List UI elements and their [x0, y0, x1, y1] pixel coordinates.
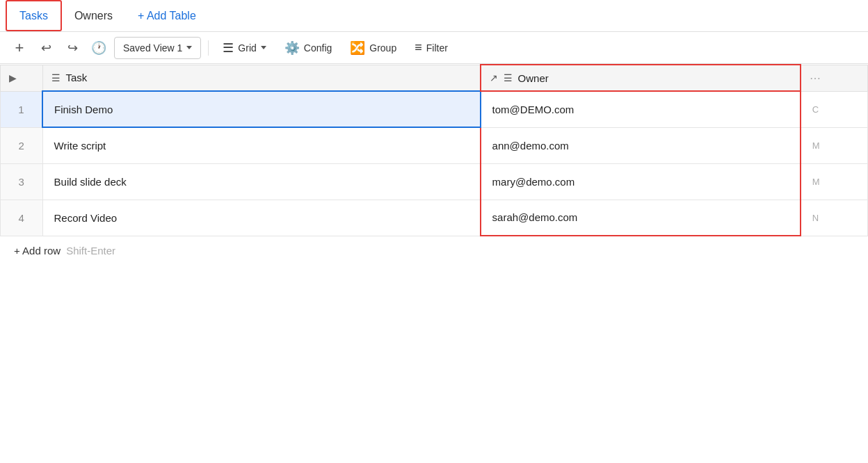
- extra-col-menu-icon: ⋯: [810, 72, 821, 85]
- grid-container: ▶ ☰ Task ↗ ☰ Owner: [0, 64, 868, 265]
- saved-view-button[interactable]: Saved View 1: [114, 37, 201, 59]
- grid-chevron-icon: [261, 46, 266, 49]
- add-table-button[interactable]: + Add Table: [125, 0, 209, 31]
- header-task[interactable]: ☰ Task: [42, 65, 481, 91]
- header-owner[interactable]: ↗ ☰ Owner: [481, 65, 801, 91]
- tab-tasks-label: Tasks: [19, 10, 48, 22]
- task-col-menu-icon: ☰: [51, 72, 61, 83]
- chevron-down-icon: [186, 46, 192, 49]
- task-cell[interactable]: Finish Demo: [42, 91, 481, 127]
- add-icon: +: [15, 39, 24, 57]
- toolbar-divider-1: [208, 40, 209, 56]
- tab-owners[interactable]: Owners: [62, 0, 125, 31]
- add-table-label: + Add Table: [138, 10, 196, 22]
- owner-col-menu-icon: ☰: [504, 72, 513, 83]
- owner-cell[interactable]: tom@DEMO.com: [481, 91, 801, 127]
- row-num-cell: 2: [1, 127, 43, 163]
- task-col-label: Task: [66, 72, 88, 83]
- undo-icon: ↩: [41, 40, 51, 56]
- tab-tasks[interactable]: Tasks: [6, 0, 62, 31]
- history-icon: 🕐: [91, 40, 106, 56]
- filter-label: Filter: [426, 42, 448, 54]
- add-row-shortcut: Shift-Enter: [66, 245, 115, 257]
- add-row-label: + Add row: [14, 245, 61, 257]
- grid-icon: ☰: [223, 40, 234, 56]
- grid-button[interactable]: ☰ Grid: [216, 37, 273, 59]
- row-num-cell: 3: [1, 163, 43, 200]
- add-row-button[interactable]: + Add row Shift-Enter: [0, 236, 868, 265]
- grid-table: ▶ ☰ Task ↗ ☰ Owner: [0, 64, 868, 236]
- owner-cell[interactable]: sarah@demo.com: [481, 200, 801, 236]
- saved-view-label: Saved View 1: [123, 42, 182, 54]
- row-expand-icon: ▶: [9, 72, 17, 83]
- filter-button[interactable]: ≡ Filter: [408, 37, 455, 59]
- owner-cell[interactable]: ann@demo.com: [481, 127, 801, 163]
- group-button[interactable]: 🔀 Group: [343, 37, 403, 59]
- header-row-num: ▶: [1, 65, 43, 91]
- grid-label: Grid: [238, 42, 256, 54]
- group-label: Group: [369, 42, 396, 54]
- header-extra: ⋯: [801, 65, 868, 91]
- extra-cell: C: [801, 91, 868, 127]
- owner-col-sort-icon: ↗: [490, 72, 498, 83]
- filter-icon: ≡: [415, 40, 422, 55]
- owner-col-label: Owner: [518, 72, 549, 84]
- header-row: ▶ ☰ Task ↗ ☰ Owner: [1, 65, 868, 91]
- add-button[interactable]: +: [8, 37, 31, 59]
- task-cell[interactable]: Write script: [42, 127, 481, 163]
- toolbar: + ↩ ↪ 🕐 Saved View 1 ☰ Grid ⚙️ Config 🔀 …: [0, 32, 868, 64]
- undo-button[interactable]: ↩: [35, 37, 57, 59]
- extra-cell: M: [801, 163, 868, 200]
- row-num-cell: 4: [1, 200, 43, 236]
- owner-cell[interactable]: mary@demo.com: [481, 163, 801, 200]
- config-label: Config: [304, 42, 332, 54]
- task-cell[interactable]: Record Video: [42, 200, 481, 236]
- tab-bar: Tasks Owners + Add Table: [0, 0, 868, 32]
- tab-owners-label: Owners: [74, 10, 113, 22]
- config-button[interactable]: ⚙️ Config: [278, 37, 339, 59]
- extra-cell: M: [801, 127, 868, 163]
- history-button[interactable]: 🕐: [88, 37, 110, 59]
- task-cell[interactable]: Build slide deck: [42, 163, 481, 200]
- row-num-cell: 1: [1, 91, 43, 127]
- config-icon: ⚙️: [284, 40, 300, 56]
- redo-button[interactable]: ↪: [61, 37, 83, 59]
- redo-icon: ↪: [67, 40, 78, 56]
- extra-cell: N: [801, 200, 868, 236]
- group-icon: 🔀: [350, 40, 365, 56]
